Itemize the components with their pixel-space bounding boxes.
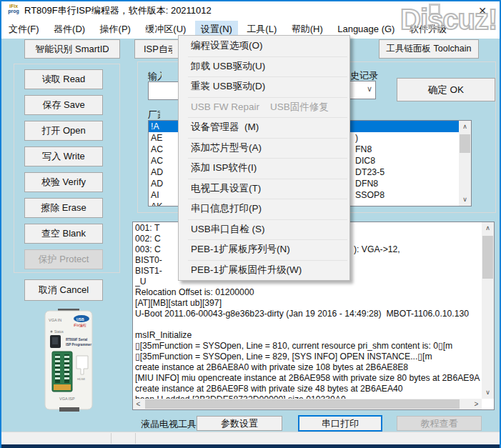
log-line: create instance at 2B6AE8A0 with private… xyxy=(135,362,482,373)
write-button[interactable]: 写入 Write xyxy=(24,146,103,166)
verify-button[interactable]: 校验 Verify xyxy=(24,172,103,192)
menu-file[interactable]: 文件(F) xyxy=(3,21,45,38)
menu-item-usb-serial-selfcheck[interactable]: USB串口自检 (S) xyxy=(179,219,349,240)
log-line: Relocation Offset is: 01200000 xyxy=(135,287,482,298)
menu-item-usb-fw-repair: USB FW Repair USB固件修复 xyxy=(179,97,349,118)
log-line: msIR_Initialize xyxy=(135,330,482,341)
read-button[interactable]: 读取 Read xyxy=(24,69,103,89)
cancel-button[interactable]: 取消 Cancel xyxy=(24,279,103,301)
status-divider xyxy=(111,433,111,444)
log-horizontal-scrollbar[interactable]: < > xyxy=(133,399,482,409)
isp-button-label: ISP自动 xyxy=(144,43,172,56)
scroll-up-icon[interactable]: ∧ xyxy=(482,222,494,234)
svg-text:HDMI: HDMI xyxy=(77,377,85,381)
menu-item-device-manager[interactable]: 设备管理器 (M) xyxy=(179,117,349,138)
open-button[interactable]: 打开 Open xyxy=(24,121,103,141)
svg-text:VGA IN: VGA IN xyxy=(49,318,61,322)
chevron-down-icon[interactable]: ∨ xyxy=(367,84,372,94)
protect-button: 保护 Protect xyxy=(24,249,103,269)
log-line: [MIU INFO] miu opencreate instance at 2B… xyxy=(135,373,482,384)
close-icon[interactable]: ✕ xyxy=(472,3,492,19)
param-settings-button[interactable]: 参数设置 xyxy=(197,416,282,431)
settings-menu-popup: 编程设置选项(O) 卸载 USB驱动(U) 重装 USB驱动(D) USB FW… xyxy=(178,35,350,281)
device-photo: VGA IN USB iFix编程 Status RT809F Serial I… xyxy=(42,309,95,413)
toolchain-button[interactable]: 工具链面板 Toolchain xyxy=(379,39,479,59)
window-bottom-band xyxy=(0,444,501,448)
app-window: iFix prog RT809F串行ISP编程器，软件版本: 20211012 … xyxy=(0,0,501,448)
smartid-button[interactable]: 智能识别 SmartID xyxy=(24,39,120,59)
svg-text:iFix编程: iFix编程 xyxy=(74,323,86,327)
scrollbar-thumb[interactable] xyxy=(145,399,460,409)
log-line: create instance at 2B6AE9F8 with private… xyxy=(135,384,482,394)
erase-button[interactable]: 擦除 Erase xyxy=(24,198,103,218)
status-divider xyxy=(135,433,136,444)
log-line: [AT][MB][start ub][397] xyxy=(135,298,482,309)
serial-print-button[interactable]: 串口打印 xyxy=(298,415,382,432)
log-line: U-Boot 2011.06-00043-g8e36b23-dirty (Jan… xyxy=(135,309,482,319)
log-line xyxy=(135,319,482,330)
scrollbar-thumb[interactable] xyxy=(482,236,493,279)
menu-software-upgrade[interactable]: 软件升级 xyxy=(404,21,452,38)
blank-button[interactable]: 查空 Blank xyxy=(24,224,103,244)
app-icon: iFix prog xyxy=(6,4,21,18)
list-vertical-scrollbar[interactable]: ∧ ∨ xyxy=(459,121,471,206)
menu-item-peb1-serial-number[interactable]: PEB-1扩展板序列号(N) xyxy=(179,239,349,260)
menu-operation[interactable]: 操作(P) xyxy=(94,21,137,38)
log-vertical-scrollbar[interactable]: ∧ ∨ xyxy=(482,222,494,399)
status-bar xyxy=(1,432,500,444)
scroll-up-icon[interactable]: ∧ xyxy=(459,121,471,133)
menu-item-serial-info-print[interactable]: 串口信息打印(P) xyxy=(179,199,349,219)
log-line: ▯[35mFunction = SYSOpen, Line = 810, cur… xyxy=(135,341,482,352)
menu-item-programming-options[interactable]: 编程设置选项(O) xyxy=(179,36,349,56)
scroll-right-icon[interactable]: > xyxy=(471,399,482,409)
scroll-left-icon[interactable]: < xyxy=(133,399,144,409)
svg-text:RT809F Serial: RT809F Serial xyxy=(66,338,87,342)
menu-item-uninstall-usb-driver[interactable]: 卸载 USB驱动(U) xyxy=(179,56,349,77)
ok-button[interactable]: 确定 OK xyxy=(397,78,495,101)
svg-text:USB: USB xyxy=(76,317,84,322)
titlebar[interactable]: iFix prog RT809F串行ISP编程器，软件版本: 20211012 … xyxy=(1,1,500,20)
menu-item-add-chip-model[interactable]: 添加芯片型号(A) xyxy=(179,138,349,159)
menu-item-peb1-firmware-upgrade[interactable]: PEB-1扩展板固件升级(W) xyxy=(179,260,349,281)
svg-text:ISP Programmer: ISP Programmer xyxy=(66,343,91,347)
menu-device[interactable]: 器件(D) xyxy=(48,21,91,38)
scroll-down-icon[interactable]: ∨ xyxy=(482,387,494,399)
save-button[interactable]: 保存 Save xyxy=(24,95,103,115)
menu-item-add-isp-software[interactable]: 添加 ISP软件(I) xyxy=(179,158,349,179)
menu-item-reinstall-usb-driver[interactable]: 重装 USB驱动(D) xyxy=(179,76,349,97)
log-line: ▯[35mFunction = SYSOpen, Line = 829, [SY… xyxy=(135,352,482,362)
svg-text:VGA ISP: VGA ISP xyxy=(59,397,75,401)
scrollbar-thumb[interactable] xyxy=(460,134,470,153)
menu-item-tv-tool-settings[interactable]: 电视工具设置(T) xyxy=(179,179,349,199)
tutorial-button: 教程查看 xyxy=(397,416,482,431)
svg-text:Status: Status xyxy=(54,330,64,334)
tv-tools-label: 液晶电视工具 xyxy=(141,418,197,431)
scroll-down-icon[interactable]: ∨ xyxy=(459,194,471,206)
window-title: RT809F串行ISP编程器，软件版本: 20211012 xyxy=(24,1,212,20)
